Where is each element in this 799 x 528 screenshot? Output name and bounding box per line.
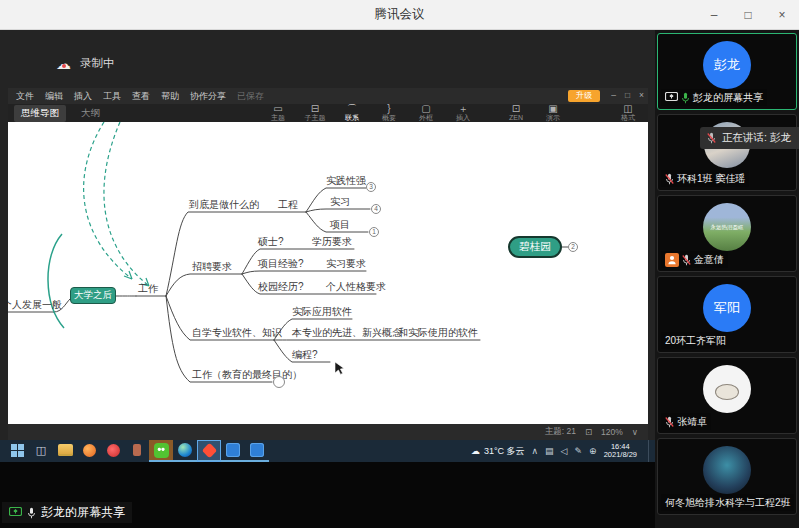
maximize-icon[interactable]: □ (731, 0, 765, 30)
fit-window-icon[interactable]: ⊡ (585, 427, 592, 437)
topic-recruit[interactable]: 招聘要求 (192, 260, 232, 274)
topic-count: 主题: 21 (545, 426, 576, 438)
topic-personality[interactable]: 个人性格要求 (326, 280, 386, 294)
collapse-badge[interactable]: 4 (371, 204, 381, 214)
toolbar-present-button[interactable]: ▣ 演示 (535, 103, 571, 122)
red-app-icon (107, 444, 120, 457)
zoom-stepper-icon[interactable]: ∨ (632, 427, 638, 437)
topic-root-selected[interactable]: 大学之后 (70, 287, 116, 304)
edge-button[interactable] (173, 440, 197, 462)
participant-label: 何冬旭给排水科学与工程2班 (661, 494, 794, 511)
screen-share-icon (9, 507, 22, 518)
mindmap-canvas[interactable]: 个人发展一般 大学之后 工作 到底是做什么的 工程 实践性强 实习 项目 招聘要… (8, 122, 648, 424)
tab-mindmap[interactable]: 思维导图 (14, 105, 66, 122)
topic-eng[interactable]: 工程 (278, 198, 298, 212)
blue-app-icon (250, 443, 264, 457)
toolbar-relation-button[interactable]: ⌒ 联系 (334, 103, 370, 122)
participant-tile[interactable]: 永远热泪盈眶 金意倩 (657, 195, 797, 272)
app-close-icon[interactable]: × (639, 90, 644, 100)
close-icon[interactable]: × (765, 0, 799, 30)
menu-share[interactable]: 协作分享 (190, 90, 226, 103)
mouse-cursor (335, 362, 344, 374)
weather-cloud-icon: ☁ (471, 446, 480, 456)
tray-battery-icon[interactable]: ▤ (545, 446, 554, 456)
topic-selfstudy[interactable]: 自学专业软件、知识 (192, 326, 282, 340)
participant-tile[interactable]: 军阳 20环工齐军阳 (657, 276, 797, 353)
toolbar-topic-button[interactable]: ▭ 主题 (260, 103, 296, 122)
show-desktop-button[interactable] (648, 440, 652, 462)
tray-network-icon[interactable]: ⊕ (589, 446, 597, 456)
topic-what[interactable]: 到底是做什么的 (189, 198, 259, 212)
window-controls: – □ × (697, 0, 799, 30)
collapse-badge[interactable]: 3 (366, 182, 376, 192)
app-red-button[interactable] (101, 440, 125, 462)
topic-left-sibling[interactable]: 个人发展一般 (8, 298, 62, 312)
app-maximize-icon[interactable]: □ (625, 90, 630, 100)
task-view-icon: ◫ (36, 445, 46, 456)
topic-campus[interactable]: 校园经历? (258, 280, 304, 294)
meeting-app-button[interactable] (197, 440, 221, 462)
topic-practice[interactable]: 实践性强 (326, 174, 366, 188)
topic-apps[interactable]: 实际应用软件 (292, 305, 352, 319)
topic-intern[interactable]: 实习 (330, 195, 350, 209)
subtopic-icon: ⊟ (297, 103, 333, 114)
wechat-button[interactable] (149, 440, 173, 462)
topic-marker-icon[interactable] (273, 376, 285, 388)
taskbar-clock[interactable]: 16:44 2021/8/29 (604, 443, 637, 460)
mic-muted-icon (665, 416, 674, 428)
weather-widget[interactable]: ☁31°C 多云 (471, 445, 525, 458)
toolbar-format-button[interactable]: ◫ 格式 (610, 103, 646, 122)
topic-project[interactable]: 项目 (330, 218, 350, 232)
menu-help[interactable]: 帮助 (161, 90, 179, 103)
collapse-badge[interactable]: 1 (369, 227, 379, 237)
tray-pen-icon[interactable]: ✎ (575, 446, 583, 456)
upgrade-button[interactable]: 升级 (568, 90, 600, 102)
topic-edu-req[interactable]: 学历要求 (312, 235, 352, 249)
topic-used-software[interactable]: 和实际使用的软件 (398, 326, 478, 340)
participant-tile[interactable]: 环科1班 窦佳瑶 (657, 114, 797, 191)
screen-share-icon (665, 92, 678, 103)
menu-file[interactable]: 文件 (16, 90, 34, 103)
topic-company[interactable]: 碧桂园 (508, 236, 562, 258)
collapse-badge[interactable]: 2 (568, 242, 578, 252)
zoom-level[interactable]: 120% (601, 427, 623, 437)
app-small-button[interactable] (125, 440, 149, 462)
topic-intern-req[interactable]: 实习要求 (326, 257, 366, 271)
topic-icon: ▭ (260, 103, 296, 114)
menu-tools[interactable]: 工具 (103, 90, 121, 103)
toolbar-boundary-button[interactable]: ▢ 外框 (408, 103, 444, 122)
app-statusbar: 主题: 21 ⊡ 120% ∨ (8, 424, 648, 440)
participant-tile[interactable]: 何冬旭给排水科学与工程2班 (657, 438, 797, 515)
topic-coding[interactable]: 编程? (292, 348, 318, 362)
tab-outline[interactable]: 大纲 (74, 105, 107, 122)
mic-muted-icon (682, 254, 691, 266)
toolbar-zen-button[interactable]: ⊡ ZEN (498, 103, 534, 122)
participant-tile[interactable]: 张靖卓 (657, 357, 797, 434)
toolbar-summary-button[interactable]: } 概要 (371, 103, 407, 122)
file-explorer-button[interactable] (53, 440, 77, 462)
toolbar-insert-button[interactable]: ＋ 插入 (445, 103, 481, 122)
avatar: 永远热泪盈眶 (703, 203, 751, 251)
app-minimize-icon[interactable]: – (611, 90, 616, 100)
tray-chevron-icon[interactable]: ∧ (532, 446, 539, 456)
task-view-button[interactable]: ◫ (29, 440, 53, 462)
tray-speaker-icon[interactable]: ◁ (561, 446, 568, 456)
topic-work-goal[interactable]: 工作（教育的最终目的） (192, 368, 302, 382)
participant-tile-sharer[interactable]: 彭龙 彭龙的屏幕共享 (657, 33, 797, 110)
avatar: 军阳 (703, 284, 751, 332)
toolbar-subtopic-button[interactable]: ⊟ 子主题 (297, 103, 333, 122)
topic-proj-exp[interactable]: 项目经验? (258, 257, 304, 271)
menu-insert[interactable]: 插入 (74, 90, 92, 103)
app-orange-button[interactable] (77, 440, 101, 462)
connector-lines (8, 122, 648, 424)
topic-advanced[interactable]: 本专业的先进、新兴概念 (292, 326, 402, 340)
topic-work[interactable]: 工作 (138, 282, 158, 296)
minimize-icon[interactable]: – (697, 0, 731, 30)
topic-master[interactable]: 硕士? (258, 235, 284, 249)
menu-edit[interactable]: 编辑 (45, 90, 63, 103)
menu-view[interactable]: 查看 (132, 90, 150, 103)
app-blue2-button[interactable] (245, 440, 269, 462)
start-button[interactable] (5, 440, 29, 462)
participants-sidebar: 彭龙 彭龙的屏幕共享 环科1班 窦佳瑶 永远热泪盈眶 金意倩 军阳 20环工齐军… (655, 30, 799, 528)
app-blue1-button[interactable] (221, 440, 245, 462)
